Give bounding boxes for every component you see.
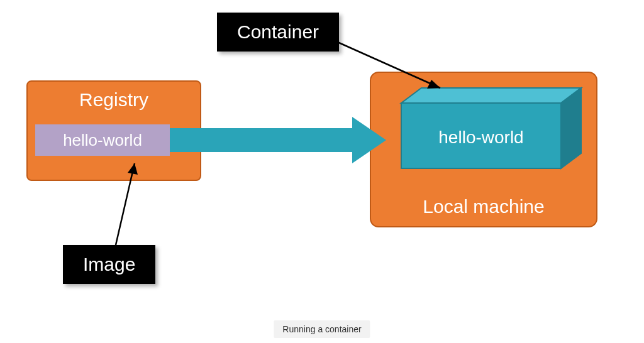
diagram-caption: Running a container [274, 320, 370, 338]
local-machine-box: Local machine [370, 72, 597, 227]
caption-text: Running a container [282, 324, 361, 334]
registry-title: Registry [28, 89, 200, 111]
container-label-text: Container [237, 21, 319, 42]
registry-image-chip: hello-world [35, 124, 170, 156]
local-machine-title: Local machine [371, 196, 596, 217]
image-label-box: Image [63, 245, 155, 284]
svg-marker-0 [170, 117, 386, 163]
transfer-arrow-icon [170, 117, 386, 163]
container-label-box: Container [217, 13, 339, 52]
image-label-text: Image [83, 254, 135, 275]
registry-image-name: hello-world [63, 131, 142, 150]
